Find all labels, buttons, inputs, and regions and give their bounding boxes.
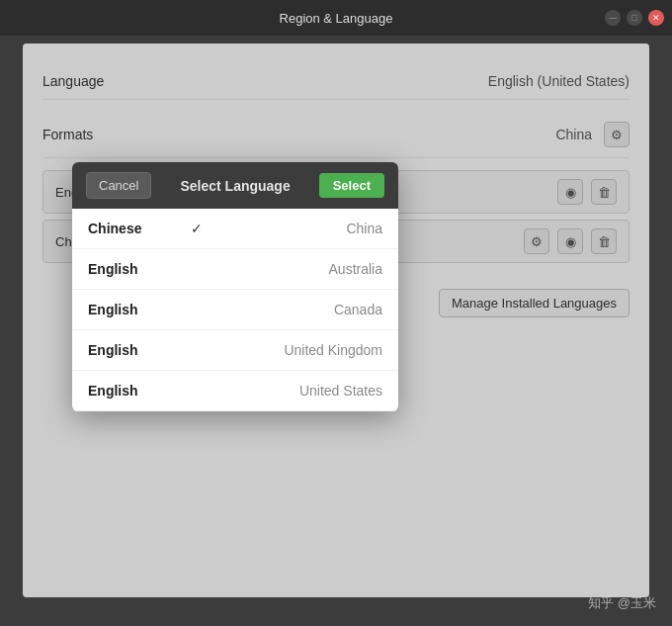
language-list-item[interactable]: Chinese✓China: [72, 209, 398, 249]
lang-region: United States: [299, 383, 382, 399]
dialog-title: Select Language: [159, 178, 310, 194]
lang-region: China: [346, 221, 382, 236]
window-controls: [605, 10, 664, 26]
maximize-button[interactable]: [627, 10, 642, 26]
title-bar: Region & Language: [0, 0, 672, 36]
lang-region: Canada: [334, 302, 382, 317]
minimize-button[interactable]: [605, 10, 621, 26]
window-title: Region & Language: [280, 11, 393, 26]
lang-name: English: [88, 342, 187, 358]
main-window: Language English (United States) Formats…: [23, 44, 649, 597]
dialog-header: Cancel Select Language Select: [72, 162, 398, 209]
language-list-item[interactable]: EnglishUnited States: [72, 371, 398, 411]
lang-check-icon: ✓: [191, 221, 203, 236]
lang-region: Australia: [329, 261, 382, 277]
dialog-cancel-button[interactable]: Cancel: [86, 172, 151, 199]
language-list-item[interactable]: EnglishAustralia: [72, 249, 398, 290]
lang-name: English: [88, 261, 187, 277]
select-language-dialog: Cancel Select Language Select Chinese✓Ch…: [72, 162, 398, 411]
lang-name: English: [88, 383, 187, 399]
lang-name: English: [88, 302, 187, 317]
language-list: Chinese✓ChinaEnglishAustraliaEnglishCana…: [72, 209, 398, 411]
dialog-select-button[interactable]: Select: [319, 173, 384, 198]
lang-region: United Kingdom: [284, 342, 382, 358]
language-list-item[interactable]: EnglishUnited Kingdom: [72, 330, 398, 371]
language-list-item[interactable]: EnglishCanada: [72, 290, 398, 330]
lang-name: Chinese: [88, 221, 187, 236]
close-button[interactable]: [648, 10, 664, 26]
